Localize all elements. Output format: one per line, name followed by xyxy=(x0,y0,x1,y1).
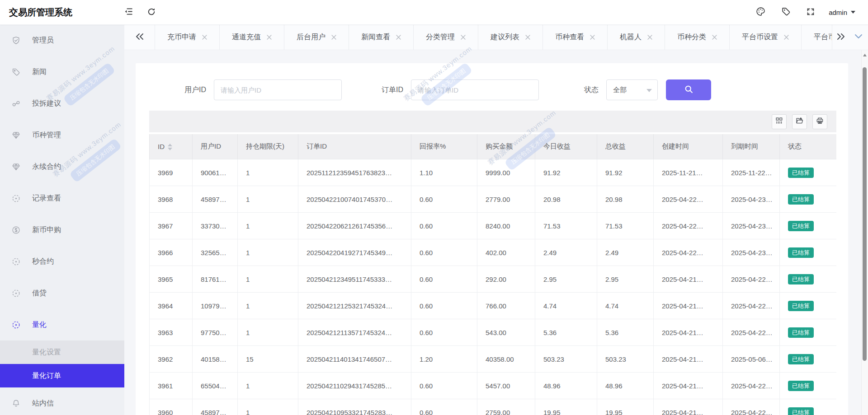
sidebar-item-label: 记录查看 xyxy=(32,194,61,203)
sidebar-item-new-coin[interactable]: 新币申购 xyxy=(0,214,124,246)
columns-display-button[interactable] xyxy=(772,114,787,129)
cell-created-at: 2025-04-22… xyxy=(654,239,723,266)
search-icon xyxy=(684,84,693,95)
main-content: 用户ID 订单ID 状态 全部 xyxy=(124,50,862,415)
sidebar-item-label: 投拆建议 xyxy=(32,99,61,108)
tab[interactable]: 通道充值 xyxy=(220,24,284,50)
sidebar-item-suggestions[interactable]: 投拆建议 xyxy=(0,88,124,119)
cell-return-rate: 0.60 xyxy=(411,186,477,213)
status-badge: 已结算 xyxy=(788,407,814,415)
cell-id: 3969 xyxy=(150,159,193,186)
cell-today-profit: 20.98 xyxy=(535,186,597,213)
tab-label: 建议列表 xyxy=(491,33,519,42)
cell-expire-at: 2025-04-22… xyxy=(723,266,780,293)
sidebar-item-perpetual[interactable]: 永续合约 xyxy=(0,151,124,182)
tab[interactable]: 币种查看 xyxy=(543,24,608,50)
tab[interactable]: 币种分类 xyxy=(665,24,730,50)
refresh-button[interactable] xyxy=(145,5,158,19)
tab[interactable]: 建议列表 xyxy=(478,24,543,50)
dashed-circle-icon xyxy=(12,321,20,329)
sidebar-item-messages[interactable]: 站内信 xyxy=(0,387,124,415)
export-icon xyxy=(796,117,803,126)
cell-total-profit: 91.92 xyxy=(597,159,654,186)
sidebar-item-label: 币种管理 xyxy=(32,131,61,140)
cell-today-profit: 48.96 xyxy=(535,373,597,399)
sidebar-item-news[interactable]: 新闻 xyxy=(0,56,124,88)
sidebar-item-admin[interactable]: 管理员 xyxy=(0,24,124,56)
tab[interactable]: 机器人 xyxy=(608,24,665,50)
cell-created-at: 2025-04-21… xyxy=(654,293,723,319)
tab-close-icon[interactable] xyxy=(267,35,272,40)
tab[interactable]: 充币申请 xyxy=(155,24,220,50)
tab-label: 平台币 xyxy=(814,33,832,42)
tab[interactable]: 分类管理 xyxy=(414,24,478,50)
tab-close-icon[interactable] xyxy=(461,35,466,40)
fullscreen-button[interactable] xyxy=(804,5,817,19)
tabs-scroll-left-button[interactable] xyxy=(124,24,155,50)
tab-close-icon[interactable] xyxy=(396,35,401,40)
cell-buy-amount: 292.00 xyxy=(477,266,535,293)
collapse-sidebar-icon xyxy=(124,7,133,18)
col-return-rate: 回报率% xyxy=(411,134,477,159)
tabs-dropdown-button[interactable] xyxy=(849,24,868,50)
fullscreen-icon xyxy=(806,7,815,18)
quant-orders-panel: 用户ID 订单ID 状态 全部 xyxy=(136,63,848,415)
col-order-id: 订单ID xyxy=(298,134,411,159)
tab-close-icon[interactable] xyxy=(331,35,336,40)
page-scrollbar[interactable] xyxy=(861,50,868,415)
cell-user-id: 45897… xyxy=(193,186,238,213)
refresh-icon xyxy=(147,7,156,18)
cell-created-at: 2025-04-21… xyxy=(654,373,723,399)
tag-button[interactable] xyxy=(779,5,793,19)
cell-user-id: 81761… xyxy=(193,266,238,293)
sidebar-subitem-quant-settings[interactable]: 量化设置 xyxy=(0,340,124,364)
collapse-sidebar-button[interactable] xyxy=(122,5,135,19)
cell-hold-days: 1 xyxy=(238,266,298,293)
sidebar-item-quant[interactable]: 量化 xyxy=(0,309,124,340)
cell-id: 3961 xyxy=(150,373,193,399)
double-chevron-left-icon xyxy=(135,33,145,42)
user-id-input[interactable] xyxy=(214,79,342,100)
cell-hold-days: 1 xyxy=(238,373,298,399)
sidebar-item-records[interactable]: 记录查看 xyxy=(0,182,124,214)
sidebar-item-second-contract[interactable]: 秒合约 xyxy=(0,246,124,277)
cell-expire-at: 2025-04-23… xyxy=(723,239,780,266)
tab-close-icon[interactable] xyxy=(590,35,595,40)
cell-expire-at: 2025-04-23… xyxy=(723,213,780,239)
gem-icon xyxy=(12,163,20,171)
double-chevron-right-icon xyxy=(836,33,846,42)
tab-close-icon[interactable] xyxy=(525,35,530,40)
sidebar-subitem-quant-orders[interactable]: 量化订单 xyxy=(0,364,124,387)
search-button[interactable] xyxy=(666,79,711,100)
cell-expire-at: 2025-04-22… xyxy=(723,373,780,399)
tab[interactable]: 新闻查看 xyxy=(349,24,414,50)
scrollbar-up-arrow-icon[interactable] xyxy=(863,54,867,56)
tab-close-icon[interactable] xyxy=(712,35,717,40)
cell-return-rate: 0.60 xyxy=(411,319,477,346)
sort-icons[interactable] xyxy=(168,144,172,150)
sidebar-item-label: 新币申购 xyxy=(32,225,61,235)
order-id-input[interactable] xyxy=(411,79,539,100)
col-id[interactable]: ID xyxy=(150,134,193,159)
print-button[interactable] xyxy=(812,114,827,129)
tab-close-icon[interactable] xyxy=(647,35,652,40)
tabs-scroll-right-button[interactable] xyxy=(832,24,849,50)
scrollbar-thumb[interactable] xyxy=(863,67,867,361)
columns-display-icon xyxy=(775,117,783,126)
tab[interactable]: 平台币 xyxy=(802,24,832,50)
sidebar-item-coins[interactable]: 币种管理 xyxy=(0,119,124,151)
cell-user-id: 33730… xyxy=(193,213,238,239)
sidebar-subitem-label: 量化设置 xyxy=(32,348,61,357)
theme-palette-button[interactable] xyxy=(754,5,768,20)
tab-close-icon[interactable] xyxy=(202,35,207,40)
status-select[interactable]: 全部 xyxy=(606,79,658,100)
tab[interactable]: 平台币设置 xyxy=(730,24,802,50)
cell-order-id: 202504212113571745324… xyxy=(298,319,411,346)
export-button[interactable] xyxy=(792,114,807,129)
sidebar-item-lending[interactable]: 借贷 xyxy=(0,277,124,309)
cell-status: 已结算 xyxy=(780,186,837,213)
tab-close-icon[interactable] xyxy=(784,35,789,40)
tab[interactable]: 后台用户 xyxy=(284,24,349,50)
user-menu[interactable]: admin xyxy=(829,9,855,16)
cell-today-profit: 19.95 xyxy=(535,399,597,415)
